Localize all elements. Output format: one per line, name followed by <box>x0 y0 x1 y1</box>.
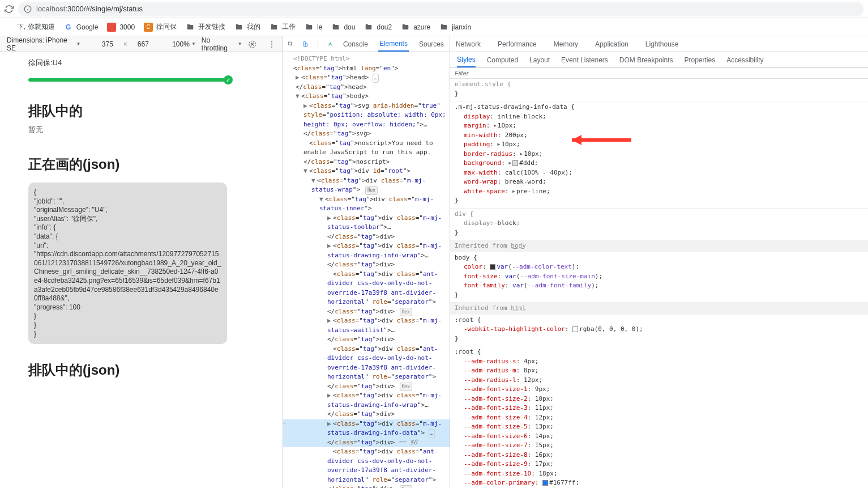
styles-subtabs: Styles Computed Layout Event Listeners D… <box>450 52 868 68</box>
css-rule[interactable]: body {color: var(--adm-color-text);font-… <box>450 252 868 303</box>
dom-tree[interactable]: <!DOCTYPE html><class="tag">html lang="e… <box>283 52 450 488</box>
bookmark-icon <box>270 23 279 32</box>
bookmark-label: 工作 <box>282 22 296 32</box>
stab-accessibility[interactable]: Accessibility <box>726 52 763 67</box>
stab-properties[interactable]: Properties <box>685 52 716 67</box>
section-title-queue-json: 排队中的(json) <box>28 361 227 379</box>
section-title-drawing-json: 正在画的(json) <box>28 155 227 173</box>
bookmark-icon <box>401 23 410 32</box>
bookmark-item[interactable]: 3000 <box>107 22 135 32</box>
dom-node[interactable]: ▶<class="tag">svg aria-hidden="true" sty… <box>283 101 450 139</box>
tab-memory[interactable]: Memory <box>553 36 579 52</box>
inspect-icon[interactable] <box>288 40 293 49</box>
url-text: localhost:3000/#/single/mj/status <box>36 5 143 13</box>
section-title-queue: 排队中的 <box>28 102 227 120</box>
bookmark-item[interactable]: 下, 你就知道 <box>5 22 55 32</box>
bookmark-item[interactable]: le <box>305 22 322 32</box>
dom-node[interactable]: ▶<class="tag">head> … </class="tag">head… <box>283 73 450 92</box>
bookmark-item[interactable]: C徐同保 <box>144 22 177 32</box>
bookmark-icon <box>439 23 448 32</box>
dom-node[interactable]: ▶<class="tag">div class="m-mj-status-wai… <box>283 316 450 345</box>
bookmark-label: 开发链接 <box>198 22 225 32</box>
bookmark-label: jianxin <box>452 23 471 31</box>
tab-application[interactable]: Application <box>594 36 630 52</box>
bookmark-item[interactable]: 工作 <box>270 22 296 32</box>
inherited-from-bar: Inherited from html <box>450 303 868 315</box>
stab-computed[interactable]: Computed <box>487 52 518 67</box>
info-icon <box>24 5 32 13</box>
dom-node[interactable]: <class="tag">div class="ant-divider css-… <box>283 345 450 392</box>
dom-node[interactable]: ▶<class="tag">div class="m-mj-status-too… <box>283 214 450 242</box>
bookmark-icon <box>331 23 340 32</box>
browser-url-bar: localhost:3000/#/single/mj/status <box>0 0 868 18</box>
throttling-selector[interactable]: No throttling▼ <box>202 36 242 52</box>
css-rule[interactable]: div {display: block;} <box>450 209 868 241</box>
bookmark-label: 我的 <box>247 22 260 32</box>
stab-event-listeners[interactable]: Event Listeners <box>561 52 608 67</box>
dom-node-selected[interactable]: ⋯▶<class="tag">div class="m-mj-status-dr… <box>283 419 450 448</box>
styles-pane: Network Performance Memory Application L… <box>450 36 868 488</box>
stab-styles[interactable]: Styles <box>457 52 476 67</box>
section-sub: 暂无 <box>28 125 227 135</box>
device-toolbar: Dimensions: iPhone SE▼ × 100%▼ No thrott… <box>0 36 283 52</box>
dom-node[interactable]: <class="tag">noscript>You need to enable… <box>283 139 450 167</box>
tab-sources[interactable]: Sources <box>418 36 445 52</box>
stab-layout[interactable]: Layout <box>529 52 550 67</box>
dom-node[interactable]: ▼<class="tag">body> <box>283 92 450 101</box>
bookmark-icon <box>234 23 243 32</box>
bookmark-icon <box>186 23 195 32</box>
device-selector[interactable]: Dimensions: iPhone SE▼ <box>7 36 80 52</box>
tab-elements[interactable]: Elements <box>378 36 409 52</box>
dom-node[interactable]: <class="tag">div class="ant-divider css-… <box>283 447 450 488</box>
device-preview-pane: Dimensions: iPhone SE▼ × 100%▼ No thrott… <box>0 36 283 488</box>
bookmark-item[interactable]: jianxin <box>439 22 471 32</box>
stab-dom-breakpoints[interactable]: DOM Breakpoints <box>619 52 673 67</box>
styles-filter-input[interactable] <box>455 70 863 77</box>
bookmark-item[interactable]: 我的 <box>234 22 260 32</box>
bookmark-label: Google <box>76 23 99 31</box>
url-input[interactable]: localhost:3000/#/single/mj/status <box>18 2 863 16</box>
tab-console[interactable]: Console <box>342 36 369 52</box>
bookmark-icon <box>5 23 14 32</box>
bookmark-item[interactable]: dou <box>331 22 355 32</box>
css-rule[interactable]: element.style {} <box>450 79 868 101</box>
progress-bar: ✓ <box>28 78 227 82</box>
bookmark-icon <box>305 23 314 32</box>
bookmark-item[interactable]: GGoogle <box>64 22 99 32</box>
reload-icon[interactable] <box>5 5 14 14</box>
css-rule[interactable]: .m-mj-status-drawing-info-data {display:… <box>450 101 868 209</box>
device-width-input[interactable] <box>97 40 118 48</box>
tab-lighthouse[interactable]: Lighthouse <box>644 36 680 52</box>
device-toggle-icon[interactable] <box>302 40 308 49</box>
inherited-from-bar: Inherited from body <box>450 240 868 252</box>
bookmark-item[interactable]: dou2 <box>364 22 392 32</box>
device-frame[interactable]: 徐同保:U4 ✓ 排队中的 暂无 正在画的(json) { "jobId": "… <box>22 52 234 488</box>
tab-network[interactable]: Network <box>455 36 482 52</box>
tab-performance[interactable]: Performance <box>497 36 538 52</box>
dom-node[interactable]: ▶<class="tag">div class="m-mj-status-dra… <box>283 391 450 419</box>
bookmark-icon <box>364 23 373 32</box>
bookmark-label: 下, 你就知道 <box>17 22 55 32</box>
more-icon[interactable]: ⋮ <box>268 40 276 49</box>
bookmark-item[interactable]: azure <box>401 22 430 32</box>
dom-node[interactable]: ▶<class="tag">div class="m-mj-status-dra… <box>283 241 450 270</box>
dom-node[interactable]: ▼<class="tag">div class="m-mj-status-inn… <box>283 195 450 214</box>
dom-node[interactable]: ▼<class="tag">div id="root"> <box>283 167 450 176</box>
device-height-input[interactable] <box>133 40 153 48</box>
dom-node[interactable]: <!DOCTYPE html> <box>283 54 450 64</box>
styles-rules[interactable]: element.style {}.m-mj-status-drawing-inf… <box>450 79 868 488</box>
bookmark-icon: C <box>144 23 153 32</box>
dom-node[interactable]: <class="tag">html lang="en"> <box>283 64 450 74</box>
dom-node[interactable]: <class="tag">div class="ant-divider css-… <box>283 270 450 317</box>
bookmark-item[interactable]: 开发链接 <box>186 22 225 32</box>
bookmark-label: le <box>317 23 322 31</box>
elements-pane: Console Elements Sources <!DOCTYPE html>… <box>283 36 450 488</box>
svg-rect-4 <box>303 41 306 46</box>
zoom-selector[interactable]: 100%▼ <box>172 40 196 48</box>
css-rule[interactable]: :root {-webkit-tap-highlight-color: rgba… <box>450 315 868 347</box>
css-rule[interactable]: :root {--adm-radius-s: 4px;--adm-radius-… <box>450 346 868 488</box>
dom-node[interactable]: ▼<class="tag">div class="m-mj-status-wra… <box>283 176 450 195</box>
vue-icon[interactable] <box>327 40 333 49</box>
rotate-icon[interactable] <box>248 40 256 49</box>
json-data-box: { "jobId": "", "originalMessage": "U4", … <box>28 183 227 344</box>
